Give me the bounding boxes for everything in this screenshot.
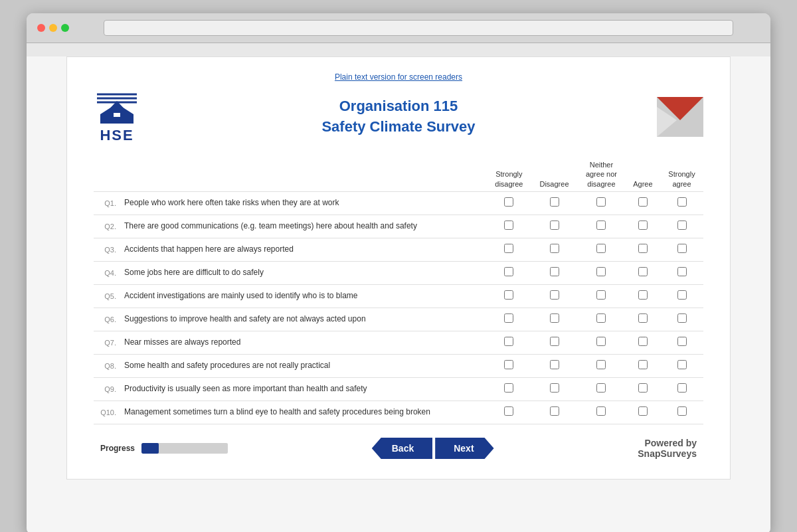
checkbox-strongly-disagree-q2[interactable] <box>504 221 513 230</box>
checkbox-strongly-disagree-q3[interactable] <box>504 244 513 253</box>
checkbox-cell-disagree <box>531 261 577 284</box>
survey-container: Plain text version for screen readers <box>66 56 731 480</box>
checkbox-agree-q9[interactable] <box>638 383 648 393</box>
checkbox-strongly-agree-q6[interactable] <box>677 313 687 323</box>
dot-red[interactable] <box>37 24 45 32</box>
col-disagree: Disagree <box>531 157 577 191</box>
checkbox-strongly-agree-q10[interactable] <box>677 406 687 416</box>
checkbox-neither-q3[interactable] <box>596 244 606 253</box>
question-number: Q6. <box>94 308 120 331</box>
question-text: Some health and safety procedures are no… <box>120 354 487 377</box>
checkbox-strongly-agree-q8[interactable] <box>677 360 687 369</box>
checkbox-cell-strongly-disagree <box>487 238 531 261</box>
checkbox-neither-q8[interactable] <box>596 360 606 369</box>
nav-buttons: Back Next <box>372 438 494 459</box>
checkbox-strongly-disagree-q5[interactable] <box>504 290 513 300</box>
question-text: Accidents that happen here are always re… <box>120 238 487 261</box>
checkbox-cell-strongly-disagree <box>487 215 531 238</box>
checkbox-disagree-q3[interactable] <box>550 244 559 253</box>
checkbox-disagree-q8[interactable] <box>550 360 559 369</box>
checkbox-cell-neither <box>577 191 626 215</box>
checkbox-strongly-disagree-q6[interactable] <box>504 313 513 323</box>
checkbox-strongly-disagree-q4[interactable] <box>504 267 513 276</box>
checkbox-neither-q5[interactable] <box>596 290 606 300</box>
progress-bar-fill <box>141 443 159 454</box>
checkbox-neither-q9[interactable] <box>596 383 606 393</box>
checkbox-cell-disagree <box>531 331 577 354</box>
address-bar[interactable] <box>104 20 733 36</box>
checkbox-disagree-q9[interactable] <box>550 383 559 393</box>
checkbox-agree-q7[interactable] <box>638 337 648 346</box>
browser-dots <box>37 24 69 32</box>
checkbox-strongly-agree-q9[interactable] <box>677 383 687 393</box>
screen-reader-link[interactable]: Plain text version for screen readers <box>335 72 462 82</box>
hse-logo: HSE <box>94 89 140 144</box>
checkbox-strongly-disagree-q9[interactable] <box>504 383 513 393</box>
checkbox-strongly-agree-q3[interactable] <box>677 244 687 253</box>
checkbox-agree-q3[interactable] <box>638 244 648 253</box>
checkbox-neither-q7[interactable] <box>596 337 606 346</box>
checkbox-agree-q10[interactable] <box>638 406 648 416</box>
checkbox-strongly-agree-q7[interactable] <box>677 337 687 346</box>
question-number: Q7. <box>94 331 120 354</box>
checkbox-agree-q5[interactable] <box>638 290 648 300</box>
checkbox-cell-disagree <box>531 191 577 215</box>
question-text: Near misses are always reported <box>120 331 487 354</box>
survey-header: HSE Organisation 115 Safety Climate Surv… <box>94 89 703 144</box>
checkbox-disagree-q6[interactable] <box>550 313 559 323</box>
next-button[interactable]: Next <box>435 438 493 459</box>
checkbox-neither-q1[interactable] <box>596 197 606 207</box>
checkbox-disagree-q10[interactable] <box>550 406 559 416</box>
checkbox-agree-q6[interactable] <box>638 313 648 323</box>
table-row: Q10.Management sometimes turn a blind ey… <box>94 400 703 424</box>
checkbox-strongly-disagree-q7[interactable] <box>504 337 513 346</box>
checkbox-neither-q4[interactable] <box>596 267 606 276</box>
checkbox-cell-disagree <box>531 215 577 238</box>
checkbox-strongly-agree-q4[interactable] <box>677 267 687 276</box>
checkbox-agree-q4[interactable] <box>638 267 648 276</box>
survey-title-text: Organisation 115 Safety Climate Survey <box>140 96 657 137</box>
checkbox-neither-q10[interactable] <box>596 406 606 416</box>
checkbox-disagree-q4[interactable] <box>550 267 559 276</box>
checkbox-cell-neither <box>577 354 626 377</box>
table-row: Q5.Accident investigations are mainly us… <box>94 284 703 308</box>
checkbox-cell-strongly-agree <box>660 354 703 377</box>
checkbox-strongly-agree-q1[interactable] <box>677 197 687 207</box>
dot-yellow[interactable] <box>49 24 57 32</box>
checkbox-strongly-disagree-q1[interactable] <box>504 197 513 207</box>
powered-by-line1: Powered by <box>638 438 697 448</box>
table-row: Q8.Some health and safety procedures are… <box>94 354 703 377</box>
checkbox-agree-q8[interactable] <box>638 360 648 369</box>
col-strongly-disagree: Stronglydisagree <box>487 157 531 191</box>
checkbox-cell-strongly-disagree <box>487 377 531 400</box>
checkbox-strongly-agree-q5[interactable] <box>677 290 687 300</box>
checkbox-cell-disagree <box>531 400 577 424</box>
col-agree: Agree <box>626 157 660 191</box>
checkbox-strongly-disagree-q8[interactable] <box>504 360 513 369</box>
question-text: Productivity is usually seen as more imp… <box>120 377 487 400</box>
checkbox-agree-q1[interactable] <box>638 197 648 207</box>
checkbox-disagree-q1[interactable] <box>550 197 559 207</box>
table-row: Q7.Near misses are always reported <box>94 331 703 354</box>
checkbox-cell-strongly-disagree <box>487 308 531 331</box>
checkbox-cell-strongly-agree <box>660 191 703 215</box>
checkbox-strongly-disagree-q10[interactable] <box>504 406 513 416</box>
checkbox-neither-q2[interactable] <box>596 221 606 230</box>
browser-window: Plain text version for screen readers <box>27 13 770 532</box>
checkbox-neither-q6[interactable] <box>596 313 606 323</box>
checkbox-cell-disagree <box>531 377 577 400</box>
back-button[interactable]: Back <box>372 438 432 459</box>
dot-green[interactable] <box>61 24 69 32</box>
table-row: Q3.Accidents that happen here are always… <box>94 238 703 261</box>
checkbox-cell-disagree <box>531 238 577 261</box>
checkbox-disagree-q5[interactable] <box>550 290 559 300</box>
checkbox-disagree-q7[interactable] <box>550 337 559 346</box>
checkbox-disagree-q2[interactable] <box>550 221 559 230</box>
checkbox-cell-neither <box>577 215 626 238</box>
checkbox-strongly-agree-q2[interactable] <box>677 221 687 230</box>
checkbox-cell-strongly-agree <box>660 377 703 400</box>
checkbox-agree-q2[interactable] <box>638 221 648 230</box>
question-number: Q8. <box>94 354 120 377</box>
checkbox-cell-strongly-disagree <box>487 331 531 354</box>
checkbox-cell-strongly-agree <box>660 215 703 238</box>
